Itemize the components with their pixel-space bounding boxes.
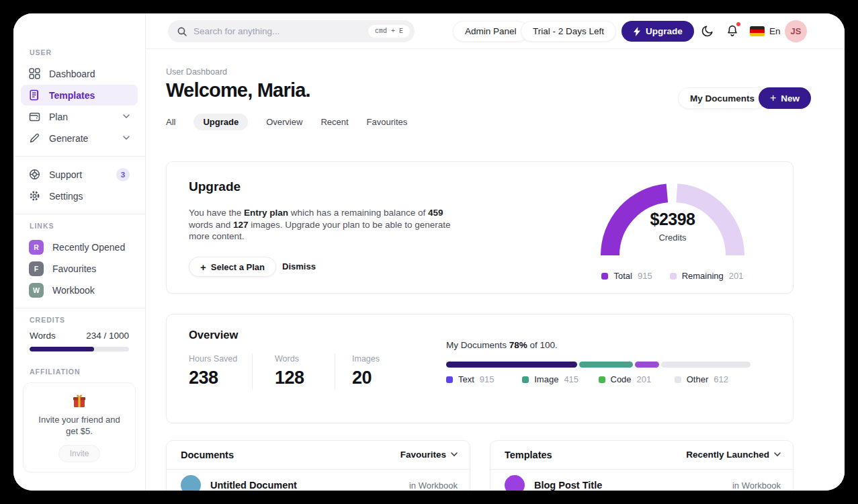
- new-button-label: New: [781, 93, 800, 103]
- stat-value: 128: [275, 368, 304, 388]
- sidebar: USER Dashboard Templates Plan: [13, 13, 146, 491]
- affiliation-text: Invite your friend and get $5.: [36, 414, 123, 437]
- stat-hours-saved: Hours Saved 238: [189, 354, 237, 388]
- templates-filter-label: Recently Launched: [686, 450, 769, 460]
- legend-label: Text: [458, 374, 474, 384]
- bar-segment-code: [635, 362, 659, 368]
- tab-recent[interactable]: Recent: [320, 114, 348, 130]
- search-shortcut-chip: cmd + E: [368, 25, 410, 38]
- document-avatar: [181, 475, 201, 491]
- credits-label: Words: [30, 331, 56, 341]
- select-plan-button[interactable]: + Select a Plan: [189, 257, 276, 277]
- app-window: USER Dashboard Templates Plan: [13, 13, 845, 491]
- sidebar-item-plan[interactable]: Plan: [21, 106, 138, 127]
- documents-progress-label: My Documents 78% of 100.: [446, 340, 558, 350]
- tab-all[interactable]: All: [166, 114, 175, 130]
- sidebar-section-user: USER: [30, 48, 145, 56]
- legend-label: Image: [534, 374, 558, 384]
- my-documents-button[interactable]: My Documents: [678, 87, 767, 109]
- dark-mode-moon-icon[interactable]: [701, 24, 714, 38]
- sidebar-item-dashboard[interactable]: Dashboard: [21, 63, 138, 84]
- topbar: cmd + E Admin Panel Trial - 2 Days Left …: [146, 13, 845, 49]
- chevron-down-icon: [774, 452, 781, 457]
- sidebar-link-favourites[interactable]: F Favourites: [21, 258, 138, 279]
- language-flag-germany[interactable]: [750, 26, 765, 36]
- search-bar[interactable]: cmd + E: [168, 20, 415, 42]
- sidebar-divider: [13, 308, 145, 308]
- legend-value: 915: [638, 271, 652, 281]
- legend-item-total: Total 915: [601, 271, 652, 281]
- legend-value: 612: [714, 374, 728, 384]
- legend-item-remaining: Remaining 201: [670, 271, 744, 281]
- stat-words: Words 128: [275, 354, 304, 388]
- stat-value: 238: [189, 368, 237, 388]
- tab-overview[interactable]: Overview: [266, 114, 302, 130]
- admin-panel-button[interactable]: Admin Panel: [453, 21, 529, 42]
- tab-favourites[interactable]: Favourites: [367, 114, 408, 130]
- chevron-down-icon: [123, 136, 130, 140]
- sidebar-item-label: Generate: [49, 133, 88, 144]
- affiliation-card: Invite your friend and get $5. Invite: [23, 382, 136, 472]
- upgrade-button[interactable]: Upgrade: [621, 21, 694, 42]
- templates-filter-dropdown[interactable]: Recently Launched: [686, 450, 781, 460]
- user-avatar[interactable]: JS: [785, 20, 807, 42]
- legend-label: Code: [611, 374, 632, 384]
- credits-value: 234 / 1000: [86, 331, 129, 341]
- sidebar-item-generate[interactable]: Generate: [21, 128, 138, 149]
- plus-icon: +: [200, 261, 206, 273]
- template-title: Blog Post Title: [534, 480, 602, 491]
- bar-segment-image: [579, 362, 633, 368]
- stat-label: Hours Saved: [189, 354, 237, 364]
- sidebar-item-label: Support: [49, 169, 82, 180]
- credits-progress-fill: [30, 347, 94, 351]
- new-button[interactable]: + New: [759, 87, 811, 109]
- grid-icon: [29, 68, 40, 79]
- sidebar-link-workbook[interactable]: W Workbook: [21, 280, 138, 300]
- templates-icon: [29, 89, 40, 101]
- upgrade-card-body: You have the Entry plan which has a rema…: [189, 207, 466, 243]
- notification-dot: [736, 22, 740, 26]
- notifications-bell-icon[interactable]: [726, 24, 739, 38]
- support-badge: 3: [116, 168, 130, 181]
- chevron-down-icon: [451, 452, 458, 457]
- sidebar-link-recently-opened[interactable]: R Recently Opened: [21, 237, 138, 257]
- chevron-down-icon: [123, 114, 130, 119]
- link-initial-badge: W: [29, 283, 44, 298]
- sidebar-item-support[interactable]: Support 3: [21, 164, 138, 185]
- credits-row: Words 234 / 1000: [30, 331, 129, 341]
- documents-stacked-bar: [446, 362, 750, 368]
- sidebar-link-label: Workbook: [52, 285, 95, 296]
- card-divider: [167, 469, 470, 470]
- sidebar-divider: [13, 214, 145, 214]
- legend-item-code: Code 201: [599, 374, 675, 384]
- sidebar-item-label: Plan: [49, 112, 68, 122]
- lightning-bolt-icon: [633, 27, 641, 36]
- credits-progress-track: [30, 347, 129, 351]
- invite-button[interactable]: Invite: [58, 445, 101, 462]
- language-label[interactable]: En: [769, 26, 781, 36]
- legend-value: 201: [729, 271, 744, 281]
- search-icon: [177, 26, 187, 37]
- legend-swatch: [601, 273, 608, 280]
- sidebar-item-settings[interactable]: Settings: [21, 185, 138, 206]
- legend-value: 201: [637, 374, 652, 384]
- sidebar-divider: [13, 156, 145, 157]
- search-input[interactable]: [194, 26, 362, 36]
- plus-icon: +: [770, 92, 776, 104]
- sidebar-section-links: LINKS: [30, 222, 145, 230]
- legend-swatch: [670, 273, 677, 280]
- legend-swatch: [675, 376, 681, 383]
- select-plan-label: Select a Plan: [211, 262, 265, 272]
- stat-label: Words: [275, 354, 304, 364]
- trial-status-chip[interactable]: Trial - 2 Days Left: [521, 21, 616, 42]
- dismiss-button[interactable]: Dismiss: [282, 261, 316, 271]
- sidebar-link-label: Recently Opened: [52, 242, 125, 253]
- sidebar-item-templates[interactable]: Templates: [21, 85, 138, 106]
- sidebar-link-label: Favourites: [52, 263, 96, 274]
- sidebar-item-label: Settings: [49, 191, 83, 202]
- template-list-item[interactable]: Blog Post Title in Workbook: [505, 475, 781, 491]
- tab-upgrade[interactable]: Upgrade: [194, 114, 248, 130]
- breadcrumb: User Dashboard: [166, 67, 227, 77]
- documents-filter-dropdown[interactable]: Favourites: [400, 450, 458, 460]
- document-list-item[interactable]: Untitled Document in Workbook: [181, 475, 458, 491]
